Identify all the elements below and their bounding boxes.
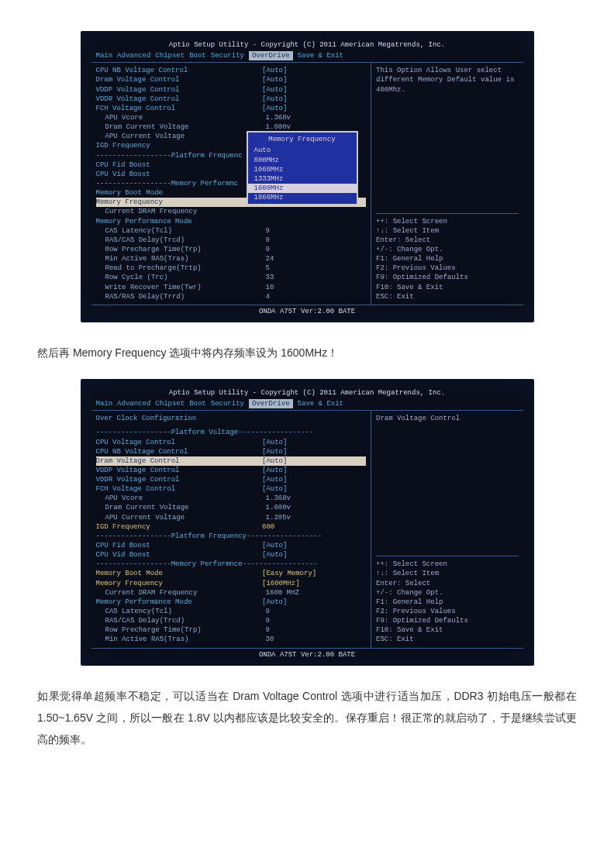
help-line: ++: Select Screen — [376, 217, 518, 226]
popup-option[interactable]: 800MHz — [248, 156, 357, 165]
setting-value: 600 — [262, 522, 366, 532]
setting-value: [Auto] — [262, 456, 366, 466]
help-line: ++: Select Screen — [376, 560, 518, 569]
setting-value: 33 — [266, 273, 366, 282]
menu-tab-boot[interactable]: Boot — [189, 399, 206, 408]
setting-row[interactable]: Dram Voltage Control[Auto] — [96, 75, 367, 84]
menu-tab-overdrive[interactable]: OverDrive — [249, 51, 293, 60]
setting-value: 9 — [266, 236, 366, 245]
memory-frequency-popup[interactable]: Memory Frequency Auto800MHz1066MHz1333MH… — [247, 131, 358, 205]
menu-tab-security[interactable]: Security — [211, 399, 244, 408]
popup-option[interactable]: 1866MHz — [248, 193, 357, 202]
setting-label: Memory Performance Mode — [96, 217, 262, 226]
bios-footer: ONDA A75T Ver:2.00 BATE — [91, 305, 523, 316]
bios-keymap: ++: Select Screen↑↓: Select ItemEnter: S… — [376, 213, 518, 301]
setting-label: Min Active RAS(Tras) — [96, 635, 266, 644]
setting-label: RAS/RAS Delay(Trrd) — [96, 292, 266, 301]
setting-row[interactable]: Dram Voltage Control[Auto] — [96, 456, 367, 466]
setting-value: [Auto] — [262, 475, 366, 484]
setting-label: Dram Current Voltage — [96, 503, 266, 512]
menu-tab-boot[interactable]: Boot — [189, 51, 206, 60]
help-line: F2: Previous Values — [376, 264, 518, 273]
setting-value: [Easy Memory] — [262, 569, 366, 578]
help-line: F1: General Help — [376, 598, 518, 607]
bios-help-panel: Dram Voltage Control ++: Select Screen↑↓… — [371, 411, 523, 647]
section-heading: Over Clock Configuration — [96, 414, 262, 423]
setting-row[interactable]: CPU Fid Boost[Auto] — [96, 541, 367, 550]
help-line: ESC: Exit — [376, 292, 518, 301]
setting-label: Row Precharge Time(Trp) — [96, 625, 266, 635]
setting-row: ------------------Platform Voltage------… — [96, 428, 367, 437]
setting-value: [Auto] — [262, 95, 366, 104]
bios-help-text: This Option Allows User select different… — [376, 66, 518, 128]
menu-tab-advanced[interactable]: Advanced — [117, 399, 150, 408]
setting-row[interactable]: Memory Performance Mode[Auto] — [96, 598, 367, 607]
setting-value: [Auto] — [262, 438, 366, 447]
setting-row[interactable]: Memory Frequency[1600MHz] — [96, 579, 367, 588]
setting-row[interactable]: CPU NB Voltage Control[Auto] — [96, 447, 367, 456]
setting-value: 9 — [266, 625, 366, 635]
setting-row: Current DRAM Frequency1600 MHZ — [96, 588, 367, 598]
setting-row[interactable]: VDDR Voltage Control[Auto] — [96, 475, 367, 484]
setting-value: 1.600v — [266, 503, 366, 512]
setting-row: Current DRAM Frequency — [96, 207, 367, 216]
help-line: +/-: Change Opt. — [376, 245, 518, 254]
setting-row[interactable]: CPU Vid Boost[Auto] — [96, 550, 367, 560]
setting-value: 1.368v — [266, 494, 366, 503]
help-line: F10: Save & Exit — [376, 625, 518, 635]
setting-row: RAS/CAS Delay(Trcd)9 — [96, 236, 367, 245]
menu-tab-security[interactable]: Security — [211, 51, 244, 60]
setting-value: [Auto] — [262, 75, 366, 84]
menu-tab-chipset[interactable]: Chipset — [155, 51, 185, 60]
setting-value: 1.205v — [266, 513, 366, 522]
setting-row: Min Active RAS(Tras)24 — [96, 254, 367, 264]
setting-row: APU Vcore1.368v — [96, 494, 367, 503]
setting-value — [262, 217, 366, 226]
help-line: ESC: Exit — [376, 635, 518, 644]
popup-option[interactable]: 1066MHz — [248, 165, 357, 174]
menu-tab-save-exit[interactable]: Save & Exit — [298, 399, 343, 408]
menu-tab-main[interactable]: Main — [96, 51, 113, 60]
setting-value: [Auto] — [262, 85, 366, 95]
setting-value: [Auto] — [262, 550, 366, 560]
setting-label: IGD Frequency — [96, 141, 262, 150]
setting-label: Dram Current Voltage — [96, 122, 266, 132]
setting-row: APU Current Voltage1.205v — [96, 513, 367, 522]
setting-row[interactable]: FCH Voltage Control[Auto] — [96, 104, 367, 113]
setting-row: RAS/RAS Delay(Trrd)4 — [96, 292, 367, 301]
menu-tab-save-exit[interactable]: Save & Exit — [298, 51, 343, 60]
help-line: F9: Optimized Defaults — [376, 273, 518, 282]
menu-tab-main[interactable]: Main — [96, 399, 113, 408]
setting-row: RAS/CAS Delay(Trcd)9 — [96, 616, 367, 625]
bios-help-text: Dram Voltage Control — [376, 414, 518, 476]
popup-option[interactable]: 1600MHz — [248, 184, 357, 193]
setting-label: Min Active RAS(Tras) — [96, 254, 266, 264]
menu-tab-chipset[interactable]: Chipset — [155, 399, 185, 408]
setting-label: VDDR Voltage Control — [96, 475, 262, 484]
setting-row: ------------------Platform Frequency----… — [96, 532, 367, 541]
popup-option[interactable]: Auto — [248, 146, 357, 155]
setting-row[interactable]: Memory Performance Mode — [96, 217, 367, 226]
setting-row[interactable]: CPU NB Voltage Control[Auto] — [96, 66, 367, 75]
setting-row[interactable]: VDDR Voltage Control[Auto] — [96, 95, 367, 104]
setting-row[interactable]: FCH Voltage Control[Auto] — [96, 484, 367, 494]
setting-value: [Auto] — [262, 447, 366, 456]
setting-value: 4 — [266, 292, 366, 301]
setting-row[interactable]: VDDP Voltage Control[Auto] — [96, 466, 367, 475]
setting-row[interactable]: Memory Boot Mode[Easy Memory] — [96, 569, 367, 578]
setting-value: 10 — [266, 283, 366, 292]
setting-value — [318, 560, 366, 569]
popup-title: Memory Frequency — [248, 134, 357, 146]
setting-row: CAS Latency(Tcl)9 — [96, 607, 367, 616]
menu-tab-advanced[interactable]: Advanced — [117, 51, 150, 60]
setting-row[interactable]: IGD Frequency600 — [96, 522, 367, 532]
setting-row: Read to Precharge(Trtp)5 — [96, 264, 367, 273]
setting-row[interactable]: CPU Voltage Control[Auto] — [96, 438, 367, 447]
help-line: Enter: Select — [376, 236, 518, 245]
popup-option[interactable]: 1333MHz — [248, 174, 357, 184]
setting-label: ------------------Memory Performnc — [96, 179, 262, 188]
menu-tab-overdrive[interactable]: OverDrive — [249, 399, 293, 408]
setting-row[interactable]: VDDP Voltage Control[Auto] — [96, 85, 367, 95]
setting-value: [Auto] — [262, 484, 366, 494]
setting-label: Read to Precharge(Trtp) — [96, 264, 266, 273]
